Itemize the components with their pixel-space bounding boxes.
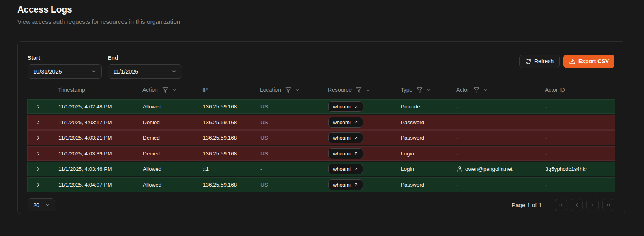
location-cell: US	[257, 151, 325, 157]
refresh-button[interactable]: Refresh	[519, 55, 560, 68]
ip-cell: 136.25.59.168	[200, 119, 257, 125]
timestamp-cell: 11/1/2025, 4:03:17 PM	[55, 119, 140, 125]
resource-name: whoami	[333, 166, 351, 172]
location-cell: -	[257, 166, 325, 172]
filter-icon[interactable]	[162, 87, 168, 93]
first-page-button[interactable]	[555, 199, 567, 211]
chevrons-left-icon	[558, 202, 564, 208]
expand-row-button[interactable]	[28, 119, 55, 125]
action-cell: Allowed	[140, 182, 200, 188]
column-controls	[474, 87, 488, 93]
ip-cell: 136.25.59.168	[200, 135, 257, 141]
expand-row-button[interactable]	[28, 166, 55, 172]
location-cell: US	[257, 104, 325, 110]
table-row: 11/1/2025, 4:03:46 PM Allowed ::1 - whoa…	[27, 162, 615, 176]
column-header: IP	[199, 87, 257, 93]
chevron-right-icon	[36, 119, 41, 125]
filter-icon[interactable]	[285, 87, 291, 93]
actor-cell: -	[453, 135, 542, 141]
start-date-select[interactable]: 10/31/2025	[28, 64, 102, 79]
page-size-select[interactable]: 20	[28, 198, 55, 211]
filter-icon[interactable]	[474, 87, 479, 93]
table-row: 11/1/2025, 4:03:21 PM Denied 136.25.59.1…	[27, 130, 615, 145]
filter-icon[interactable]	[356, 87, 362, 93]
type-cell: Password	[398, 119, 453, 125]
chevron-down-icon[interactable]	[483, 87, 488, 93]
chevron-down-icon[interactable]	[295, 87, 300, 93]
location-cell: US	[257, 135, 325, 141]
external-link-icon	[354, 120, 358, 125]
page-info: Page 1 of 1	[511, 202, 542, 208]
ip-cell: 136.25.59.168	[200, 104, 257, 110]
timestamp-cell: 11/1/2025, 4:04:07 PM	[55, 182, 140, 188]
chevron-right-icon	[36, 182, 41, 188]
chevron-down-icon[interactable]	[426, 87, 431, 93]
action-cell: Denied	[140, 119, 200, 125]
table-row: 11/1/2025, 4:04:07 PM Allowed 136.25.59.…	[27, 177, 615, 192]
last-page-button[interactable]	[602, 199, 614, 211]
column-label: Timestamp	[58, 87, 85, 93]
chevron-left-icon	[574, 202, 580, 208]
resource-name: whoami	[333, 104, 351, 110]
resource-name: whoami	[333, 119, 351, 125]
external-link-icon	[354, 182, 358, 187]
location-cell: US	[257, 182, 325, 188]
resource-link[interactable]: whoami	[328, 132, 363, 143]
chevron-right-icon	[36, 151, 41, 157]
column-label: Resource	[328, 87, 352, 93]
column-header: Resource	[325, 87, 397, 93]
resource-link[interactable]: whoami	[328, 164, 363, 174]
column-label: Action	[142, 87, 158, 93]
column-header: Actor ID	[542, 87, 615, 93]
expand-row-button[interactable]	[28, 104, 55, 110]
pagination: Page 1 of 1	[511, 199, 614, 211]
resource-cell: whoami	[325, 132, 398, 143]
chevrons-right-icon	[605, 202, 611, 208]
resource-link[interactable]: whoami	[328, 179, 363, 190]
chevron-down-icon[interactable]	[172, 87, 177, 93]
column-header: Actor	[453, 87, 542, 93]
column-label: Location	[260, 87, 281, 93]
filter-icon[interactable]	[417, 87, 423, 93]
refresh-label: Refresh	[534, 58, 554, 64]
type-cell: Login	[398, 166, 453, 172]
actor-id-cell: -	[542, 104, 616, 110]
previous-page-button[interactable]	[571, 199, 583, 211]
chevron-down-icon[interactable]	[365, 87, 371, 93]
expand-row-button[interactable]	[28, 182, 55, 188]
end-date-select[interactable]: 11/1/2025	[108, 64, 182, 79]
expand-row-button[interactable]	[28, 151, 55, 157]
timestamp-cell: 11/1/2025, 4:02:48 PM	[55, 104, 140, 110]
chevron-down-icon	[91, 69, 97, 74]
resource-link[interactable]: whoami	[328, 101, 363, 112]
resource-cell: whoami	[325, 101, 398, 112]
ip-cell: ::1	[200, 166, 257, 172]
user-icon	[457, 166, 462, 172]
action-cell: Allowed	[140, 104, 200, 110]
timestamp-cell: 11/1/2025, 4:03:39 PM	[55, 151, 140, 157]
chevron-down-icon	[171, 69, 177, 74]
actor-value: -	[457, 182, 459, 188]
external-link-icon	[354, 104, 358, 109]
resource-cell: whoami	[325, 179, 398, 190]
external-link-icon	[354, 167, 358, 172]
toolbar: Refresh Export CSV	[519, 55, 614, 68]
actor-cell: -	[453, 182, 542, 188]
type-cell: Password	[398, 135, 453, 141]
timestamp-cell: 11/1/2025, 4:03:46 PM	[55, 166, 140, 172]
resource-link[interactable]: whoami	[328, 117, 363, 128]
actor-cell: -	[453, 151, 542, 157]
actor-cell: owen@pangolin.net	[453, 166, 542, 172]
column-controls	[356, 87, 371, 93]
resource-link[interactable]: whoami	[328, 148, 363, 159]
end-date-value: 11/1/2025	[113, 68, 138, 75]
column-controls	[162, 87, 177, 93]
refresh-icon	[525, 59, 531, 64]
export-csv-label: Export CSV	[578, 58, 609, 64]
start-date-value: 10/31/2025	[33, 68, 62, 75]
export-csv-button[interactable]: Export CSV	[564, 55, 614, 68]
next-page-button[interactable]	[586, 199, 599, 211]
actor-id-cell: -	[542, 119, 616, 125]
table-body: 11/1/2025, 4:02:48 PM Allowed 136.25.59.…	[27, 99, 615, 193]
expand-row-button[interactable]	[28, 135, 55, 141]
